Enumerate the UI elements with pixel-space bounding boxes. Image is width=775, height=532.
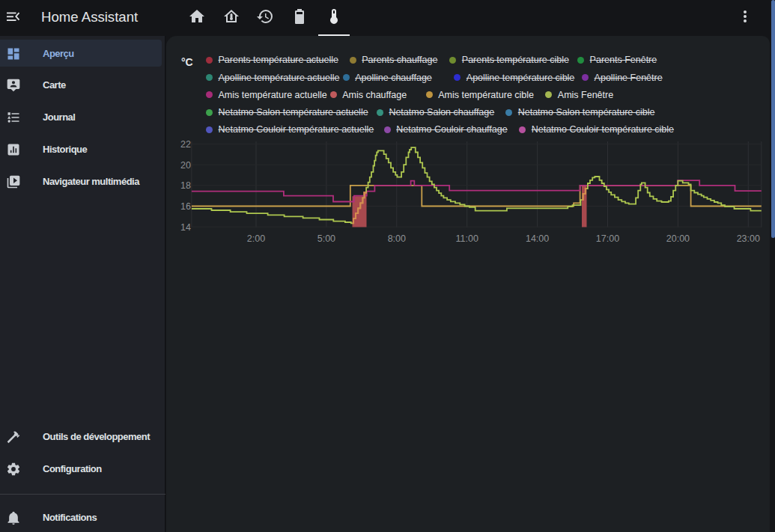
svg-text:17:00: 17:00 [596, 233, 619, 244]
svg-text:8:00: 8:00 [388, 233, 406, 244]
svg-text:14:00: 14:00 [526, 233, 549, 244]
svg-text:5:00: 5:00 [317, 233, 335, 244]
svg-text:14: 14 [180, 222, 191, 233]
svg-text:2:00: 2:00 [247, 233, 265, 244]
svg-text:20: 20 [180, 160, 191, 171]
svg-text:11:00: 11:00 [456, 233, 478, 244]
svg-text:16: 16 [180, 201, 191, 212]
svg-text:18: 18 [180, 180, 191, 191]
svg-text:23:00: 23:00 [737, 233, 760, 244]
svg-text:20:00: 20:00 [666, 233, 690, 244]
svg-text:°C: °C [181, 56, 193, 68]
svg-text:22: 22 [180, 139, 191, 150]
